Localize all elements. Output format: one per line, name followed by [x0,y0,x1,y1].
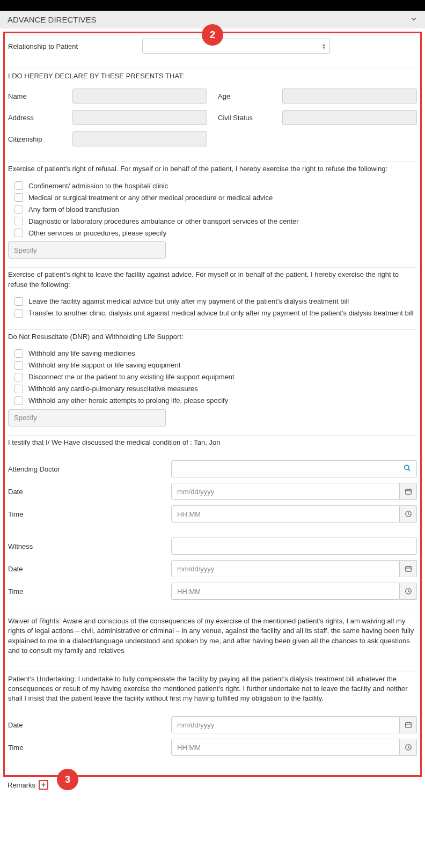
refusal-chk-2[interactable] [14,205,23,214]
relationship-select[interactable]: ▴▾ [142,39,330,54]
calendar-icon[interactable] [400,716,417,733]
sig2-time-label: Time [8,587,171,595]
dnr-lbl-4: Withhold any other heroic attempts to pr… [28,396,228,404]
sig1-date-label: Date [8,488,171,496]
witness-label: Witness [8,542,171,550]
refusal-chk-4[interactable] [14,229,23,237]
sig2-time-input[interactable]: HH:MM [171,583,400,600]
leave-chk-1[interactable] [14,309,23,318]
sig3-date-label: Date [8,721,171,729]
attending-doctor-label: Attending Doctor [8,465,171,473]
callout-badge-3: 3 [57,769,78,790]
dnr-lbl-3: Withhold any cardio-pulmonary resuscitat… [28,385,198,393]
svg-point-0 [405,465,409,469]
age-input[interactable] [282,89,417,104]
sig1-date-input[interactable]: mm/dd/yyyy [171,483,400,500]
main-content-box: Relationship to Patient ▴▾ I DO HEREBY D… [3,32,422,777]
dnr-lbl-2: Disconnect me or the patient to any exis… [28,373,235,381]
clock-icon[interactable] [400,739,417,756]
dnr-chk-4[interactable] [14,396,23,405]
add-remark-button[interactable]: + [39,780,48,790]
waiver-text: Waiver of Rights: Aware and conscious of… [8,616,417,656]
citizenship-input[interactable] [72,131,207,146]
age-label: Age [218,92,277,100]
witness-input[interactable] [171,538,417,555]
svg-rect-2 [405,489,411,494]
civil-status-label: Civil Status [218,114,277,122]
calendar-icon[interactable] [400,560,417,577]
refusal-lbl-3: Diagnostic or laboratory procedures ambu… [28,217,299,225]
dnr-chk-2[interactable] [14,373,23,381]
address-label: Address [8,114,67,122]
top-bar [0,0,425,11]
clock-icon[interactable] [400,583,417,600]
address-input[interactable] [72,110,207,125]
civil-status-input[interactable] [282,110,417,125]
dnr-chk-3[interactable] [14,385,23,393]
sig2-date-input[interactable]: mm/dd/yyyy [171,560,400,577]
calendar-icon[interactable] [400,483,417,500]
search-icon[interactable] [404,465,411,474]
declaration-intro: I DO HEREBY DECLARE BY THESE PRESENTS TH… [8,71,417,81]
refusal-specify-input[interactable]: Specify [8,241,166,259]
refusal-chk-0[interactable] [14,181,23,190]
leave-lbl-0: Leave the facility against medical advic… [28,297,349,305]
chevron-down-icon[interactable] [410,15,417,24]
testify-text: I testify that I/ We Have discussed the … [8,438,417,447]
svg-rect-7 [405,567,411,571]
refusal-lbl-4: Other services or procedures, please spe… [28,229,166,237]
sig3-time-label: Time [8,744,171,752]
sig1-time-label: Time [8,510,171,518]
name-input[interactable] [72,89,207,104]
sig3-time-input[interactable]: HH:MM [171,739,400,756]
refusal-chk-3[interactable] [14,217,23,225]
relationship-label: Relationship to Patient [8,42,137,50]
leave-intro: Exercise of patient's right to leave the… [8,270,417,289]
svg-rect-12 [405,723,411,727]
refusal-chk-1[interactable] [14,193,23,202]
sig3-date-input[interactable]: mm/dd/yyyy [171,716,400,733]
refusal-intro: Exercise of patient's right of refusal. … [8,164,417,174]
leave-lbl-1: Transfer to another clinic, dialysis uni… [28,309,413,317]
dnr-lbl-1: Withhold any life support or life saving… [28,361,180,369]
refusal-lbl-0: Confinement/ admission to the hospital/ … [28,182,168,190]
remarks-label: Remarks [8,781,35,789]
refusal-lbl-2: Any form of blood transfusion [28,205,119,214]
dnr-chk-1[interactable] [14,361,23,370]
svg-line-1 [408,469,411,471]
sig1-time-input[interactable]: HH:MM [171,505,400,523]
dnr-specify-input[interactable]: Specify [8,409,166,426]
attending-doctor-input[interactable] [171,460,417,477]
sig2-date-label: Date [8,565,171,573]
undertaking-text: Patient's Undertaking: I undertake to fu… [8,674,417,704]
callout-badge-2: 2 [202,24,223,46]
select-arrows-icon: ▴▾ [323,43,325,49]
dnr-chk-0[interactable] [14,349,23,358]
citizenship-label: Citizenship [8,135,67,143]
plus-icon: + [41,781,46,789]
clock-icon[interactable] [400,505,417,523]
dnr-lbl-0: Withhold any life saving medicines [28,349,135,357]
panel-title: ADVANCE DIRECTIVES [8,15,97,24]
leave-chk-0[interactable] [14,297,23,306]
dnr-intro: Do Not Resuscitate (DNR) and Withholding… [8,332,417,342]
name-label: Name [8,92,67,100]
refusal-lbl-1: Medical or surgical treatment or any oth… [28,194,273,202]
